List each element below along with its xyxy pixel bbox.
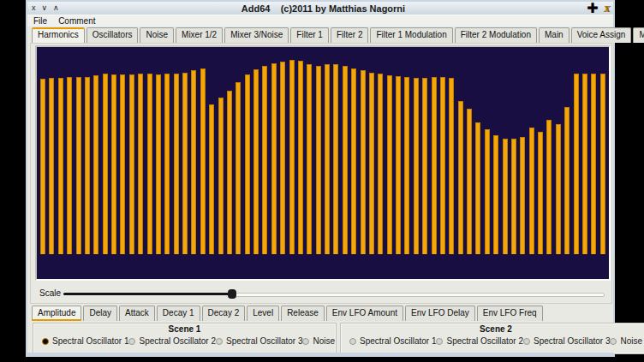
- harmonic-bar-49[interactable]: [467, 109, 472, 254]
- radio-dot[interactable]: [610, 338, 617, 345]
- harmonic-bar-15[interactable]: [164, 74, 170, 254]
- harmonic-bar-48[interactable]: [458, 101, 463, 254]
- slider-groove-empty[interactable]: [235, 293, 605, 297]
- harmonic-bar-17[interactable]: [182, 73, 188, 254]
- tab-level[interactable]: Level: [247, 306, 279, 321]
- tab-delay[interactable]: Delay: [83, 306, 117, 321]
- harmonic-bar-63[interactable]: [591, 74, 596, 254]
- tab-filter-1-modulation[interactable]: Filter 1 Modulation: [370, 27, 452, 43]
- harmonic-bar-8[interactable]: [103, 74, 108, 254]
- harmonic-bar-7[interactable]: [93, 75, 98, 254]
- maximize-icon[interactable]: ∧: [53, 2, 59, 15]
- tab-env-lfo-amount[interactable]: Env LFO Amount: [326, 306, 403, 321]
- harmonic-bar-36[interactable]: [351, 68, 356, 254]
- radio-dot[interactable]: [302, 338, 309, 345]
- harmonic-bar-32[interactable]: [316, 66, 321, 254]
- tab-release[interactable]: Release: [281, 306, 325, 321]
- tab-env-lfo-freq[interactable]: Env LFO Freq: [477, 306, 543, 321]
- radio-scene2-spectral-oscillator-1[interactable]: Spectral Oscillator 1: [349, 336, 436, 346]
- harmonic-bar-23[interactable]: [236, 82, 241, 254]
- harmonic-bar-40[interactable]: [387, 75, 392, 254]
- tab-filter-1[interactable]: Filter 1: [290, 27, 329, 43]
- harmonic-bar-12[interactable]: [138, 74, 143, 254]
- harmonics-bar-chart[interactable]: [37, 47, 609, 279]
- harmonic-bar-39[interactable]: [378, 74, 383, 254]
- harmonic-bar-37[interactable]: [361, 70, 366, 254]
- radio-dot[interactable]: [349, 338, 356, 345]
- tab-filter-2[interactable]: Filter 2: [331, 27, 369, 43]
- harmonic-bar-58[interactable]: [546, 120, 552, 254]
- tab-midi[interactable]: MIDI: [633, 27, 644, 43]
- tab-harmonics[interactable]: Harmonics: [32, 27, 85, 43]
- harmonic-bar-33[interactable]: [325, 64, 330, 254]
- radio-scene2-spectral-oscillator-2[interactable]: Spectral Oscillator 2: [436, 336, 522, 346]
- tab-env-lfo-delay[interactable]: Env LFO Delay: [405, 306, 475, 321]
- radio-scene2-noise[interactable]: Noise: [610, 336, 642, 346]
- harmonic-bar-60[interactable]: [564, 107, 569, 254]
- harmonic-bar-31[interactable]: [307, 64, 312, 254]
- pin-icon[interactable]: ✚: [587, 0, 598, 16]
- harmonic-bar-6[interactable]: [85, 77, 90, 254]
- harmonic-bar-53[interactable]: [503, 139, 508, 254]
- tab-mixer-1-2[interactable]: Mixer 1/2: [176, 27, 223, 43]
- harmonic-bar-25[interactable]: [253, 69, 259, 254]
- harmonic-bar-19[interactable]: [200, 68, 206, 254]
- radio-scene2-spectral-oscillator-3[interactable]: Spectral Oscillator 3: [523, 336, 610, 346]
- harmonic-bar-21[interactable]: [218, 98, 224, 254]
- radio-scene1-spectral-oscillator-1[interactable]: Spectral Oscillator 1: [42, 336, 128, 346]
- harmonic-bar-61[interactable]: [574, 74, 579, 254]
- harmonic-bar-46[interactable]: [440, 77, 445, 254]
- harmonic-bar-1[interactable]: [40, 79, 45, 254]
- harmonic-bar-42[interactable]: [404, 77, 409, 254]
- harmonic-bar-5[interactable]: [76, 77, 81, 254]
- harmonic-bar-35[interactable]: [343, 66, 348, 254]
- harmonic-bar-9[interactable]: [111, 74, 116, 254]
- radio-dot[interactable]: [128, 338, 135, 345]
- x11-logo-icon[interactable]: X: [604, 3, 610, 14]
- harmonic-bar-57[interactable]: [538, 132, 543, 254]
- harmonic-bar-3[interactable]: [58, 78, 63, 254]
- harmonic-bar-64[interactable]: [600, 74, 605, 254]
- tab-oscillators[interactable]: Oscillators: [86, 27, 139, 43]
- close-icon[interactable]: x: [32, 2, 36, 15]
- tab-voice-assign[interactable]: Voice Assign: [571, 27, 632, 43]
- harmonic-bar-20[interactable]: [209, 104, 214, 254]
- harmonic-bar-55[interactable]: [520, 137, 525, 254]
- harmonic-bar-28[interactable]: [280, 62, 285, 254]
- radio-scene1-spectral-oscillator-2[interactable]: Spectral Oscillator 2: [128, 336, 215, 346]
- harmonic-bar-44[interactable]: [422, 78, 427, 254]
- tab-attack[interactable]: Attack: [119, 306, 155, 321]
- harmonic-bar-41[interactable]: [396, 76, 401, 254]
- harmonic-bar-22[interactable]: [227, 91, 232, 254]
- harmonic-bar-38[interactable]: [369, 73, 374, 254]
- menu-file[interactable]: File: [33, 16, 47, 26]
- radio-scene1-noise[interactable]: Noise: [302, 336, 335, 346]
- slider-groove-filled[interactable]: [63, 293, 231, 295]
- harmonic-bar-62[interactable]: [582, 74, 587, 254]
- harmonic-bar-52[interactable]: [493, 135, 498, 254]
- harmonic-bar-10[interactable]: [120, 74, 125, 254]
- harmonic-bar-11[interactable]: [129, 74, 134, 254]
- tab-mixer-3-noise[interactable]: Mixer 3/Noise: [224, 27, 289, 43]
- harmonic-bar-34[interactable]: [333, 64, 338, 254]
- tab-decay-1[interactable]: Decay 1: [157, 306, 200, 321]
- harmonic-bar-16[interactable]: [174, 74, 179, 254]
- harmonic-bar-50[interactable]: [475, 122, 480, 254]
- tab-decay-2[interactable]: Decay 2: [202, 306, 246, 321]
- menu-comment[interactable]: Comment: [58, 16, 95, 26]
- harmonic-bar-24[interactable]: [245, 74, 250, 254]
- harmonic-bar-45[interactable]: [432, 77, 437, 254]
- harmonic-bar-14[interactable]: [156, 74, 161, 254]
- radio-dot[interactable]: [523, 338, 530, 345]
- harmonic-bar-29[interactable]: [289, 60, 295, 254]
- slider-handle[interactable]: [228, 289, 236, 299]
- harmonic-bar-43[interactable]: [414, 78, 419, 254]
- radio-dot[interactable]: [216, 338, 223, 345]
- harmonic-bar-4[interactable]: [67, 77, 72, 254]
- harmonic-bar-2[interactable]: [49, 78, 54, 254]
- harmonic-bar-26[interactable]: [262, 66, 267, 254]
- iconify-icon[interactable]: ∨: [42, 2, 48, 15]
- harmonic-bar-30[interactable]: [298, 61, 303, 254]
- radio-scene1-spectral-oscillator-3[interactable]: Spectral Oscillator 3: [216, 336, 302, 346]
- tab-main[interactable]: Main: [539, 27, 569, 43]
